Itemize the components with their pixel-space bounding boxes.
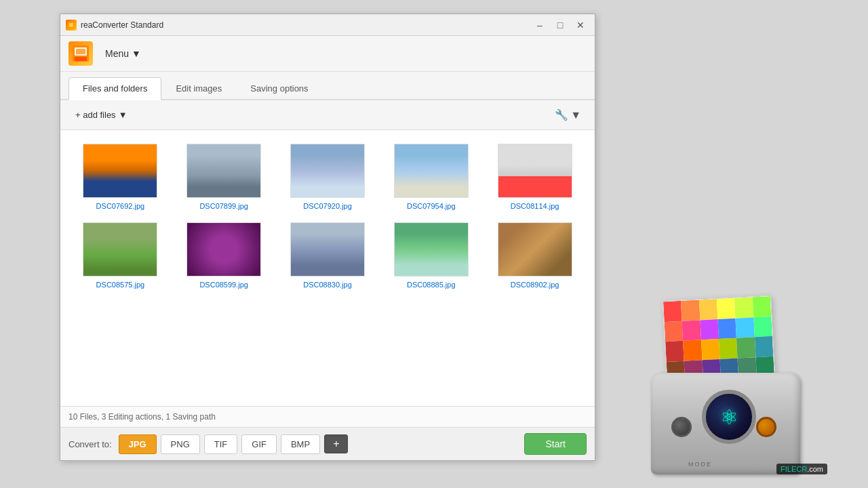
color-cell [736, 337, 755, 358]
svg-rect-5 [76, 49, 85, 54]
mode-label: MODE [688, 461, 712, 468]
minimize-button[interactable]: – [531, 16, 549, 34]
color-cell [699, 299, 718, 320]
color-cell [700, 319, 719, 340]
status-bar: 10 Files, 3 Editing actions, 1 Saving pa… [60, 406, 595, 427]
format-gif-button[interactable]: GIF [241, 434, 277, 454]
format-tif-button[interactable]: TIF [204, 434, 238, 454]
atom-icon: ⚛ [720, 405, 738, 429]
file-item[interactable]: DSC07899.jpg [175, 141, 273, 213]
add-files-label: + add files [75, 110, 116, 120]
filecr-badge: FILECR.com [776, 464, 827, 474]
left-knob [671, 417, 692, 437]
file-name: DSC08830.jpg [303, 281, 352, 289]
app-logo [68, 41, 93, 66]
file-item[interactable]: DSC08599.jpg [175, 220, 273, 291]
tabs: Files and folders Edit images Saving opt… [60, 72, 595, 100]
color-cell [665, 341, 684, 362]
file-name: DSC08599.jpg [199, 281, 248, 289]
file-item[interactable]: DSC08114.jpg [486, 141, 584, 213]
file-name: DSC07920.jpg [303, 202, 352, 210]
window-controls: – □ ✕ [531, 16, 589, 34]
color-cell [663, 301, 682, 322]
bottom-bar: Convert to: JPG PNG TIF GIF BMP + Start [60, 427, 595, 460]
file-thumbnail [394, 222, 469, 277]
file-name: DSC07899.jpg [199, 202, 248, 210]
file-name: DSC08114.jpg [511, 202, 559, 210]
title-bar-left: reaConverter Standard [66, 20, 163, 30]
svg-rect-4 [75, 57, 87, 61]
maximize-button[interactable]: □ [551, 16, 569, 34]
color-cell [736, 317, 755, 338]
file-thumbnail [186, 222, 261, 277]
main-window: reaConverter Standard – □ ✕ Menu ▼ [60, 14, 595, 461]
file-thumbnail [83, 144, 157, 198]
menu-label: Menu [105, 48, 129, 59]
app-illustration: ⚛ MODE FILECR.com [624, 258, 827, 474]
convert-to-label: Convert to: [68, 439, 112, 449]
settings-button[interactable]: 🔧 ▼ [549, 106, 587, 124]
file-thumbnail [290, 144, 365, 198]
right-knob [756, 417, 776, 437]
window-title: reaConverter Standard [81, 20, 163, 30]
tab-edit[interactable]: Edit images [161, 77, 236, 99]
file-item[interactable]: DSC07692.jpg [71, 141, 170, 213]
app-icon-small [66, 20, 77, 30]
color-cell [681, 300, 700, 321]
add-files-button[interactable]: + add files ▼ [68, 107, 134, 123]
app-machine-graphic: ⚛ MODE [637, 298, 814, 474]
tab-files[interactable]: Files and folders [68, 77, 161, 100]
file-name: DSC08885.jpg [407, 281, 456, 289]
saving-label: Saving path [173, 412, 216, 422]
file-item[interactable]: DSC08575.jpg [71, 220, 170, 291]
format-jpg-button[interactable]: JPG [119, 434, 157, 454]
color-cell [719, 338, 738, 359]
toolbar: Menu ▼ [60, 36, 595, 72]
svg-rect-1 [69, 23, 73, 27]
color-cell [717, 298, 736, 319]
file-item[interactable]: DSC08830.jpg [279, 220, 377, 291]
action-bar: + add files ▼ 🔧 ▼ [60, 100, 595, 130]
settings-arrow: ▼ [570, 109, 581, 121]
file-name: DSC07954.jpg [407, 202, 456, 210]
wrench-icon: 🔧 [555, 108, 568, 121]
file-name: DSC07692.jpg [96, 202, 145, 210]
color-cell [701, 339, 720, 360]
tab-saving[interactable]: Saving options [236, 77, 322, 99]
color-cell [717, 318, 736, 339]
filecr-text: FILECR [781, 465, 807, 473]
color-card [663, 296, 775, 382]
start-button[interactable]: Start [524, 433, 587, 455]
color-cell [683, 340, 702, 361]
machine-screen: ⚛ [702, 390, 756, 444]
file-item[interactable]: DSC07920.jpg [279, 141, 377, 213]
file-thumbnail [290, 222, 365, 277]
color-cell [755, 336, 774, 357]
file-item[interactable]: DSC08902.jpg [486, 220, 584, 291]
file-name: DSC08575.jpg [96, 281, 145, 289]
color-cell [753, 316, 772, 337]
editing-count: 3 [102, 412, 106, 422]
file-thumbnail [498, 144, 572, 198]
color-grid [663, 296, 774, 382]
color-cell [752, 296, 771, 317]
format-png-button[interactable]: PNG [161, 434, 200, 454]
desktop: reaConverter Standard – □ ✕ Menu ▼ [0, 0, 868, 488]
file-thumbnail [186, 144, 261, 198]
format-bmp-button[interactable]: BMP [281, 434, 320, 454]
file-item[interactable]: DSC07954.jpg [382, 141, 480, 213]
color-cell [665, 321, 684, 342]
file-thumbnail [83, 222, 157, 277]
more-formats-button[interactable]: + [324, 434, 348, 453]
machine-body: ⚛ MODE [651, 373, 800, 474]
file-thumbnail [498, 222, 572, 277]
file-item[interactable]: DSC08885.jpg [382, 220, 480, 291]
add-files-arrow: ▼ [119, 110, 127, 120]
file-name: DSC08902.jpg [511, 281, 559, 289]
files-label: Files, [80, 412, 100, 422]
saving-count: 1 [165, 412, 170, 422]
file-grid: DSC07692.jpgDSC07899.jpgDSC07920.jpgDSC0… [60, 130, 595, 406]
menu-button[interactable]: Menu ▼ [98, 45, 148, 62]
close-button[interactable]: ✕ [572, 16, 589, 34]
file-thumbnail [394, 144, 469, 198]
